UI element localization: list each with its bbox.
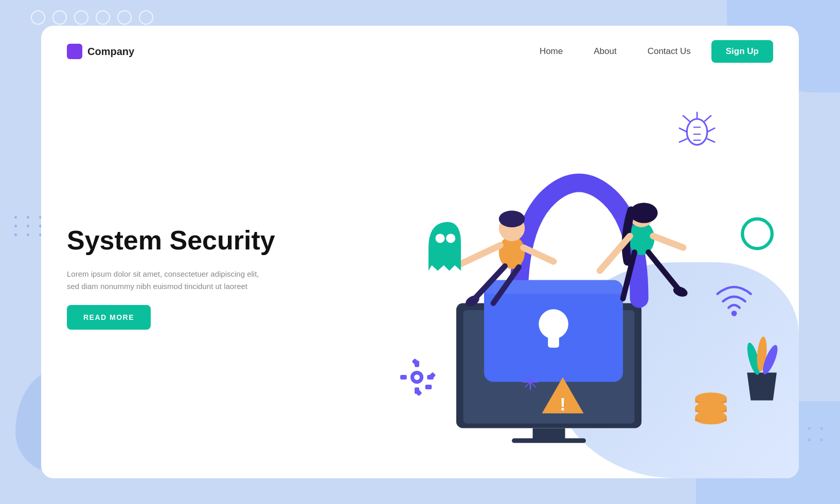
svg-point-35 [695, 411, 726, 422]
ghost-eye-right [446, 233, 455, 243]
dot-x: ✕ [807, 437, 812, 442]
person2-arm-right [653, 236, 683, 248]
hero-description: Lorem ipsum dolor sit amet, consectetuer… [67, 268, 262, 293]
dot-x: ✕ [819, 426, 825, 431]
person2-leg-right [648, 252, 678, 289]
bg-circle-4 [96, 10, 110, 25]
read-more-button[interactable]: READ MORE [67, 305, 151, 330]
dot-x: ✕ [807, 426, 812, 431]
dot [14, 225, 17, 227]
bg-circle-5 [117, 10, 132, 25]
bug-icon [680, 113, 714, 145]
svg-line-5 [707, 128, 714, 132]
ghost-icon [428, 222, 461, 271]
bg-circle-3 [74, 10, 88, 25]
nav-link-about[interactable]: About [594, 46, 616, 57]
nav-link-home[interactable]: Home [540, 46, 563, 57]
svg-text:!: ! [560, 394, 565, 414]
monitor-base [512, 438, 586, 443]
person1-hair [499, 210, 525, 227]
main-card: Company Home About Contact Us Sign Up Sy… [41, 26, 799, 478]
svg-marker-36 [747, 373, 777, 401]
nav-links: Home About Contact Us [540, 46, 691, 57]
bg-circles [31, 10, 153, 25]
hero-left: System Security Lorem ipsum dolor sit am… [41, 77, 382, 478]
navbar: Company Home About Contact Us Sign Up [41, 26, 799, 77]
dot [14, 233, 17, 236]
database-stack [695, 392, 726, 424]
logo-text: Company [87, 46, 134, 58]
svg-line-2 [683, 116, 690, 122]
svg-line-6 [680, 139, 687, 142]
svg-line-3 [704, 116, 711, 122]
gear-hole [414, 374, 420, 380]
logo: Company [67, 44, 134, 59]
dots-left [14, 216, 45, 236]
gear-icon [400, 358, 436, 397]
wifi-icon [718, 287, 751, 316]
keyhole-stem [548, 331, 559, 348]
ghost-eye-left [435, 233, 444, 243]
dot [27, 216, 29, 219]
monitor-stand [532, 428, 565, 440]
person1-arm-left [461, 245, 501, 264]
dot [14, 216, 17, 219]
hero-title: System Security [67, 226, 356, 255]
svg-rect-15 [400, 375, 407, 380]
sparkle-icon [523, 374, 538, 389]
teal-circle-icon [742, 219, 772, 249]
bg-circle-6 [139, 10, 153, 25]
dot [27, 233, 29, 236]
dot [27, 225, 29, 227]
logo-icon [67, 44, 82, 59]
plant [745, 336, 780, 401]
signup-button[interactable]: Sign Up [711, 40, 773, 63]
svg-line-7 [707, 139, 714, 142]
dot-x: ✕ [819, 437, 825, 442]
svg-rect-17 [425, 385, 432, 389]
hero-right: ! [382, 77, 799, 478]
hero-section: System Security Lorem ipsum dolor sit am… [41, 77, 799, 478]
nav-link-contact[interactable]: Contact Us [648, 46, 691, 57]
svg-line-4 [680, 128, 687, 132]
bg-circle-2 [52, 10, 67, 25]
svg-point-0 [687, 119, 707, 145]
bg-circle-1 [31, 10, 45, 25]
svg-point-22 [731, 311, 737, 316]
illustration-svg: ! [382, 77, 799, 478]
